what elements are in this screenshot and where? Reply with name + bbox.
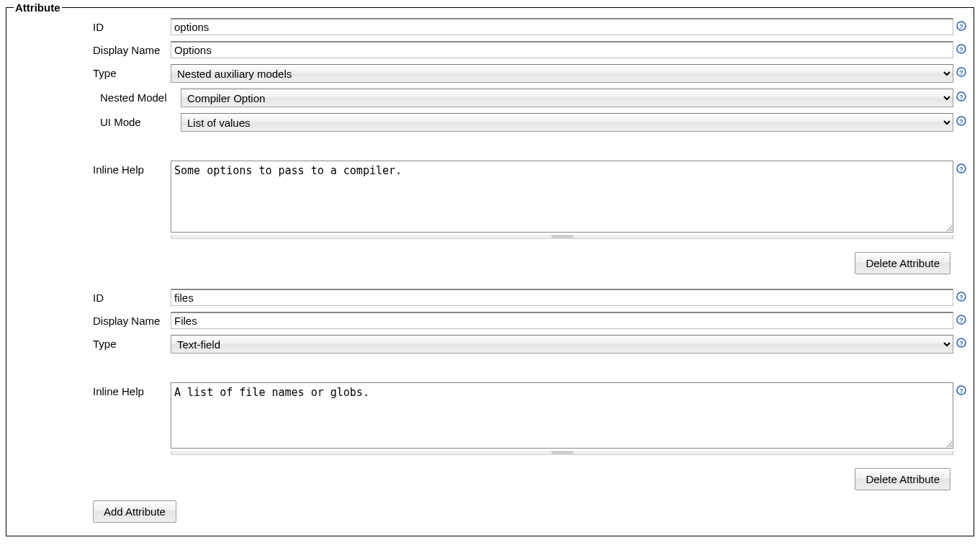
attribute-block: ID ? Display Name ? Type Nested auxili: [14, 14, 966, 274]
help-icon[interactable]: ?: [956, 338, 966, 348]
attribute-fieldset: Attribute ID ? Display Name ? Type: [6, 1, 974, 536]
nested-model-select[interactable]: Compiler Option: [181, 89, 953, 107]
help-icon[interactable]: ?: [956, 44, 966, 54]
svg-text:?: ?: [959, 387, 963, 395]
svg-text:?: ?: [959, 23, 963, 30]
display-name-label: Display Name: [93, 312, 171, 327]
fieldset-legend: Attribute: [14, 1, 62, 14]
type-label: Type: [93, 64, 171, 79]
id-input[interactable]: [171, 18, 953, 35]
delete-attribute-button[interactable]: Delete Attribute: [855, 252, 950, 274]
display-name-input[interactable]: [171, 312, 953, 329]
inline-help-label: Inline Help: [93, 161, 171, 176]
delete-attribute-button[interactable]: Delete Attribute: [855, 468, 950, 490]
nested-model-label: Nested Model: [100, 89, 181, 104]
help-icon[interactable]: ?: [956, 292, 966, 302]
help-icon[interactable]: ?: [956, 91, 966, 102]
svg-text:?: ?: [959, 294, 963, 301]
svg-text:?: ?: [959, 317, 963, 324]
svg-text:?: ?: [959, 69, 963, 76]
help-icon[interactable]: ?: [956, 67, 966, 77]
display-name-label: Display Name: [93, 41, 171, 56]
ui-mode-select[interactable]: List of values: [181, 113, 953, 132]
display-name-input[interactable]: [171, 41, 953, 58]
type-select[interactable]: Nested auxiliary models: [171, 64, 953, 83]
resize-handle[interactable]: [171, 235, 953, 239]
help-icon[interactable]: ?: [956, 116, 966, 126]
resize-handle[interactable]: [171, 451, 953, 455]
svg-text:?: ?: [959, 166, 963, 173]
help-icon[interactable]: ?: [956, 385, 966, 395]
help-icon[interactable]: ?: [956, 21, 966, 31]
svg-text:?: ?: [959, 340, 963, 347]
add-attribute-button[interactable]: Add Attribute: [93, 500, 176, 523]
inline-help-textarea[interactable]: [171, 161, 953, 233]
id-label: ID: [93, 18, 171, 33]
attribute-block: ID ? Display Name ? Type Text-field: [14, 284, 966, 490]
id-label: ID: [93, 289, 171, 304]
help-icon[interactable]: ?: [956, 315, 966, 325]
svg-text:?: ?: [959, 46, 963, 53]
help-icon[interactable]: ?: [956, 163, 966, 174]
inline-help-label: Inline Help: [93, 382, 171, 397]
id-input[interactable]: [171, 289, 953, 306]
inline-help-textarea[interactable]: [171, 382, 953, 449]
ui-mode-label: UI Mode: [100, 113, 181, 128]
type-label: Type: [93, 335, 171, 350]
svg-text:?: ?: [959, 94, 963, 101]
type-select[interactable]: Text-field: [171, 335, 953, 354]
svg-text:?: ?: [959, 118, 963, 125]
